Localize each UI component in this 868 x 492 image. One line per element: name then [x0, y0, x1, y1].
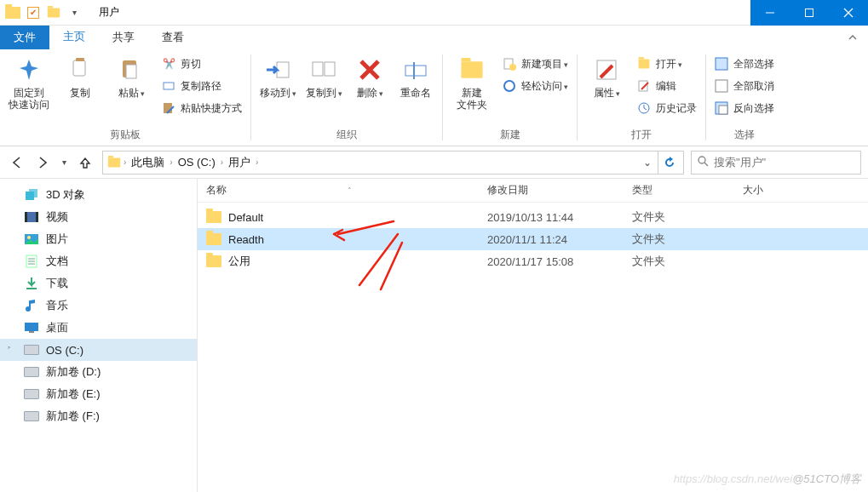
rename-button[interactable]: 重命名	[394, 53, 437, 102]
table-row[interactable]: Readth2020/11/1 11:24文件夹	[198, 228, 868, 250]
nav-item[interactable]: 视频	[0, 206, 197, 228]
collapse-ribbon-button[interactable]	[837, 26, 868, 49]
qat-properties-icon[interactable]: ✔	[24, 3, 43, 22]
new-folder-button[interactable]: 新建 文件夹	[448, 53, 496, 114]
copy-path-button[interactable]: 复制路径	[158, 77, 245, 95]
column-header-date[interactable]: 修改日期	[479, 179, 624, 202]
column-headers: 名称 ˄ 修改日期 类型 大小	[198, 179, 868, 203]
group-label-open: 打开	[583, 126, 700, 146]
history-button[interactable]: 历史记录	[634, 99, 700, 117]
cut-button[interactable]: ✂️ 剪切	[158, 54, 245, 73]
breadcrumb-separator[interactable]: ›	[221, 157, 223, 167]
tab-share[interactable]: 共享	[99, 26, 148, 49]
file-name: Default	[228, 211, 263, 224]
nav-item[interactable]: 3D 对象	[0, 184, 197, 206]
table-row[interactable]: Default2019/10/13 11:44文件夹	[198, 206, 868, 228]
svg-rect-30	[29, 189, 37, 197]
content-pane: 名称 ˄ 修改日期 类型 大小 Default2019/10/13 11:44文…	[198, 179, 868, 492]
nav-item[interactable]: 新加卷 (E:)	[0, 383, 197, 405]
nav-item[interactable]: 桌面	[0, 317, 197, 339]
file-type: 文件夹	[624, 209, 734, 225]
folder-icon	[206, 211, 221, 223]
properties-button[interactable]: 属性	[583, 53, 630, 103]
breadcrumb-separator[interactable]: ›	[170, 157, 172, 167]
nav-item-label: 下载	[46, 276, 68, 291]
move-to-button[interactable]: 移动到	[256, 53, 299, 103]
svg-rect-15	[405, 66, 426, 76]
file-date: 2020/11/17 15:08	[479, 255, 624, 268]
forward-button[interactable]	[32, 152, 53, 173]
nav-item[interactable]: 新加卷 (D:)	[0, 361, 197, 383]
edit-button[interactable]: 编辑	[634, 77, 700, 95]
breadcrumb-separator[interactable]: ›	[124, 157, 126, 167]
copy-label: 复制	[70, 87, 90, 99]
svg-rect-21	[639, 81, 647, 91]
select-all-icon	[715, 57, 728, 71]
search-box[interactable]	[691, 151, 861, 174]
paste-shortcut-button[interactable]: 粘贴快捷方式	[158, 99, 245, 117]
delete-button[interactable]: 删除	[348, 53, 391, 103]
nav-item-icon	[24, 409, 39, 424]
nav-item-icon	[24, 276, 39, 291]
search-icon	[697, 155, 709, 169]
nav-item-icon	[24, 386, 39, 402]
qat-customize-icon[interactable]: ▾	[65, 3, 83, 22]
address-dropdown-button[interactable]: ⌄	[639, 157, 656, 169]
nav-item-label: 视频	[46, 209, 68, 225]
column-header-size[interactable]: 大小	[734, 179, 802, 202]
up-button[interactable]	[75, 152, 95, 173]
breadcrumb-users[interactable]: 用户	[225, 155, 254, 170]
column-header-type[interactable]: 类型	[624, 179, 734, 202]
nav-item[interactable]: 音乐	[0, 295, 197, 317]
expand-chevron-icon[interactable]: ˃	[7, 346, 17, 355]
nav-item-icon	[24, 209, 39, 225]
rename-icon	[402, 56, 429, 83]
refresh-button[interactable]	[658, 152, 680, 174]
maximize-button[interactable]	[790, 0, 829, 26]
tab-view[interactable]: 查看	[148, 26, 198, 49]
search-input[interactable]	[714, 156, 857, 169]
svg-rect-1	[806, 9, 813, 16]
copy-button[interactable]: 复制	[56, 53, 104, 102]
breadcrumb-os-c[interactable]: OS (C:)	[175, 156, 219, 169]
nav-item-label: 3D 对象	[46, 187, 85, 203]
qat-newfolder-icon[interactable]	[44, 3, 63, 22]
invert-selection-button[interactable]: 反向选择	[711, 99, 778, 117]
address-bar[interactable]: › 此电脑 › OS (C:) › 用户 › ⌄	[102, 151, 684, 174]
new-item-button[interactable]: 新建项目	[499, 54, 572, 73]
breadcrumb-this-pc[interactable]: 此电脑	[128, 155, 168, 170]
svg-rect-12	[325, 62, 335, 76]
breadcrumb-separator[interactable]: ›	[256, 157, 258, 167]
tab-file[interactable]: 文件	[0, 26, 49, 49]
easy-access-button[interactable]: 轻松访问	[499, 77, 572, 95]
navigation-pane[interactable]: 3D 对象视频图片文档下载音乐桌面˃OS (C:)新加卷 (D:)新加卷 (E:…	[0, 179, 198, 492]
nav-item[interactable]: 文档	[0, 250, 197, 272]
minimize-button[interactable]	[750, 0, 790, 26]
copy-to-button[interactable]: 复制到	[302, 53, 345, 103]
file-list[interactable]: Default2019/10/13 11:44文件夹Readth2020/11/…	[198, 203, 868, 492]
nav-item[interactable]: 图片	[0, 228, 197, 250]
quick-access-toolbar: ✔ ▾	[0, 3, 87, 22]
nav-item[interactable]: ˃OS (C:)	[0, 339, 197, 361]
recent-locations-button[interactable]: ▾	[58, 152, 70, 173]
new-folder-icon	[458, 56, 486, 83]
svg-rect-26	[719, 106, 727, 114]
column-header-name[interactable]: 名称 ˄	[198, 179, 479, 202]
select-none-button[interactable]: 全部取消	[711, 77, 778, 95]
paste-button[interactable]: 粘贴	[107, 53, 155, 103]
nav-item[interactable]: 新加卷 (F:)	[0, 405, 197, 427]
select-all-button[interactable]: 全部选择	[711, 54, 778, 73]
history-icon	[637, 101, 651, 115]
file-name: Readth	[228, 233, 264, 246]
file-date: 2020/11/1 11:24	[479, 233, 624, 246]
close-button[interactable]	[829, 0, 868, 26]
open-button[interactable]: 打开	[634, 54, 700, 73]
table-row[interactable]: 公用2020/11/17 15:08文件夹	[198, 250, 868, 272]
back-button[interactable]	[7, 152, 27, 173]
tab-home[interactable]: 主页	[49, 26, 99, 49]
nav-item[interactable]: 下载	[0, 272, 197, 295]
svg-rect-42	[25, 323, 38, 331]
pin-to-quick-access-button[interactable]: 固定到 快速访问	[5, 53, 53, 114]
nav-item-icon	[24, 187, 39, 203]
nav-item-label: 文档	[46, 254, 68, 269]
